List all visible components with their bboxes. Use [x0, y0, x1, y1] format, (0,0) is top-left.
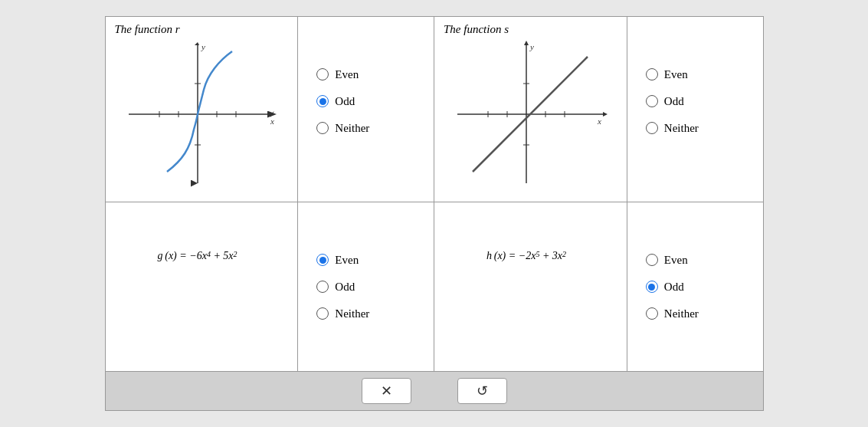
- svg-text:y: y: [529, 42, 534, 51]
- function-s-even-option[interactable]: Even: [646, 68, 688, 81]
- function-s-odd-option[interactable]: Odd: [646, 95, 684, 108]
- function-r-graph: x y: [106, 30, 290, 199]
- function-g-odd-option[interactable]: Odd: [316, 281, 355, 294]
- function-h-options-cell: Even Odd Neither: [627, 202, 763, 372]
- function-g-even-radio[interactable]: [316, 254, 329, 266]
- function-s-even-label: Even: [664, 68, 688, 81]
- function-h-odd-label: Odd: [664, 281, 684, 294]
- svg-marker-15: [524, 41, 529, 45]
- function-r-neither-label: Neither: [335, 122, 369, 135]
- function-h-even-label: Even: [664, 254, 688, 267]
- function-h-odd-radio[interactable]: [646, 281, 658, 293]
- function-r-options-cell: Even Odd Neither: [298, 17, 434, 202]
- svg-marker-11: [195, 42, 199, 45]
- svg-text:x: x: [270, 117, 274, 126]
- function-table: The function r: [105, 16, 764, 372]
- function-h-neither-option[interactable]: Neither: [646, 307, 699, 320]
- function-r-even-label: Even: [335, 68, 359, 81]
- function-r-neither-radio[interactable]: [316, 122, 329, 134]
- function-h-formula-cell: h (x) = −2x5 + 3x2: [434, 202, 627, 372]
- function-r-odd-radio[interactable]: [316, 95, 329, 107]
- function-h-formula-container: h (x) = −2x5 + 3x2: [434, 202, 618, 310]
- top-row: The function r: [105, 17, 763, 202]
- function-h-formula-text: h (x) = −2x5 + 3x2: [434, 250, 618, 262]
- function-r-even-radio[interactable]: [316, 68, 329, 80]
- cancel-button[interactable]: ✕: [362, 378, 411, 404]
- function-h-odd-option[interactable]: Odd: [646, 281, 684, 294]
- refresh-button[interactable]: ↺: [457, 378, 507, 404]
- function-s-options-cell: Even Odd Neither: [627, 17, 763, 202]
- svg-text:x: x: [597, 117, 601, 126]
- function-s-graph: x y: [434, 30, 618, 199]
- function-g-odd-label: Odd: [335, 281, 355, 294]
- function-s-graph-cell: The function s: [434, 17, 627, 202]
- function-s-options: Even Odd Neither: [627, 17, 750, 186]
- function-s-even-radio[interactable]: [646, 68, 658, 80]
- function-r-neither-option[interactable]: Neither: [316, 122, 369, 135]
- function-r-options: Even Odd Neither: [298, 17, 421, 186]
- function-r-graph-cell: The function r: [105, 17, 298, 202]
- function-g-options-cell: Even Odd Neither: [298, 202, 434, 372]
- main-container: The function r: [105, 16, 764, 411]
- function-h-even-radio[interactable]: [646, 254, 658, 266]
- bottom-row: g (x) = −6x4 + 5x2 Even Odd: [105, 202, 763, 372]
- function-h-neither-label: Neither: [664, 307, 699, 320]
- function-s-neither-option[interactable]: Neither: [646, 122, 699, 135]
- function-s-odd-radio[interactable]: [646, 95, 658, 107]
- function-g-even-option[interactable]: Even: [316, 254, 359, 267]
- function-g-even-label: Even: [335, 254, 359, 267]
- function-g-neither-label: Neither: [335, 307, 369, 320]
- function-g-formula-cell: g (x) = −6x4 + 5x2: [105, 202, 298, 372]
- function-s-neither-label: Neither: [664, 122, 699, 135]
- action-bar: ✕ ↺: [105, 372, 764, 411]
- svg-marker-13: [603, 112, 608, 117]
- function-r-odd-label: Odd: [335, 95, 355, 108]
- function-r-even-option[interactable]: Even: [316, 68, 359, 81]
- function-r-odd-option[interactable]: Odd: [316, 95, 355, 108]
- function-g-formula-text: g (x) = −6x4 + 5x2: [106, 250, 290, 262]
- function-h-even-option[interactable]: Even: [646, 254, 688, 267]
- function-g-formula-container: g (x) = −6x4 + 5x2: [106, 202, 290, 310]
- function-g-neither-option[interactable]: Neither: [316, 307, 369, 320]
- function-g-neither-radio[interactable]: [316, 307, 329, 320]
- function-g-options: Even Odd Neither: [298, 202, 421, 371]
- function-s-odd-label: Odd: [664, 95, 684, 108]
- function-h-options: Even Odd Neither: [627, 202, 750, 371]
- function-s-neither-radio[interactable]: [646, 122, 658, 134]
- svg-text:y: y: [201, 42, 205, 51]
- function-g-odd-radio[interactable]: [316, 281, 329, 293]
- function-h-neither-radio[interactable]: [646, 307, 658, 320]
